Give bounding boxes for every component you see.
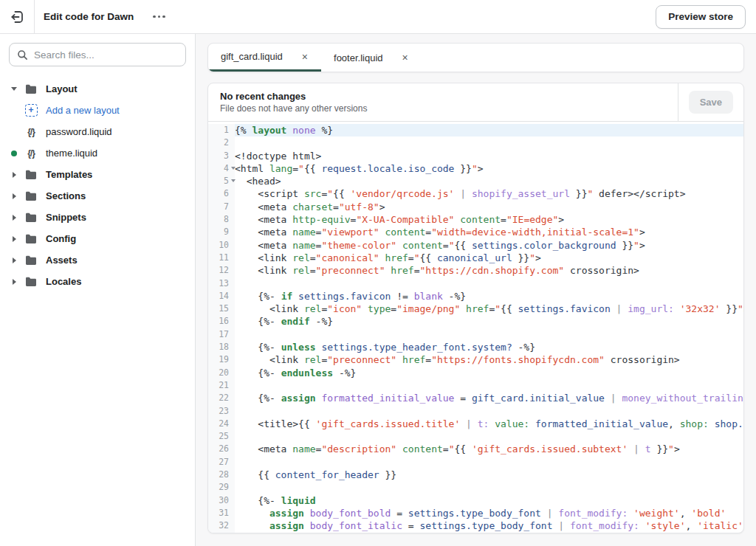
folder-icon: [25, 234, 37, 244]
caret-right-icon[interactable]: [13, 236, 16, 242]
search-files-box[interactable]: [9, 43, 186, 66]
code-editor[interactable]: 1234567891011121314151617181920212223242…: [208, 122, 743, 533]
code-line[interactable]: {%- endunless -%}: [235, 367, 743, 379]
line-number: 12: [208, 264, 235, 277]
sidebar-item-config[interactable]: Config: [0, 228, 195, 249]
caret-right-icon[interactable]: [13, 172, 16, 178]
tree-icon-slot: [22, 255, 40, 266]
line-number: 9: [208, 226, 235, 238]
code-line[interactable]: {%- assign formatted_initial_value = gif…: [235, 392, 743, 404]
exit-editor-button[interactable]: [0, 0, 35, 33]
code-line[interactable]: [235, 481, 743, 494]
code-line[interactable]: <link rel="preconnect" href="https://fon…: [235, 353, 743, 366]
caret-right-icon[interactable]: [13, 258, 16, 263]
tab-gift_card-liquid[interactable]: gift_card.liquid ×: [208, 44, 321, 72]
tree-item-label: Config: [46, 233, 76, 244]
tree-gutter: [6, 87, 22, 91]
version-title: No recent changes: [220, 91, 678, 102]
modified-dot: [11, 151, 17, 156]
tree-item-label: Sections: [46, 190, 86, 201]
sidebar-item-theme-liquid[interactable]: {/} theme.liquid: [0, 142, 195, 164]
code-line[interactable]: {%- endif -%}: [235, 315, 743, 328]
code-fold-icon[interactable]: [231, 167, 236, 170]
preview-store-button[interactable]: Preview store: [656, 5, 746, 29]
code-line[interactable]: <meta name="viewport" content="width=dev…: [235, 226, 743, 238]
line-number: 31: [208, 507, 235, 519]
code-line[interactable]: [235, 405, 743, 418]
code-line[interactable]: <meta http-equiv="X-UA-Compatible" conte…: [235, 213, 743, 226]
tree-gutter: [6, 236, 22, 242]
line-number: 2: [208, 136, 235, 149]
line-number: 11: [208, 252, 235, 264]
tree-item-label: Add a new layout: [46, 105, 120, 116]
code-line[interactable]: <head>: [235, 175, 743, 187]
sidebar-item-templates[interactable]: Templates: [0, 164, 195, 185]
version-text: No recent changes File does not have any…: [208, 91, 678, 114]
code-line[interactable]: {%- unless settings.type_header_font.sys…: [235, 341, 743, 353]
dot-icon: [158, 15, 161, 18]
line-number: 8: [208, 213, 235, 226]
search-files-input[interactable]: [34, 49, 178, 61]
caret-right-icon[interactable]: [13, 279, 16, 285]
sidebar-item-layout[interactable]: Layout: [0, 78, 195, 100]
code-line[interactable]: [235, 430, 743, 443]
top-bar: Edit code for Dawn Preview store: [0, 0, 756, 34]
code-line[interactable]: <link rel="canonical" href="{{ canonical…: [235, 252, 743, 264]
code-line[interactable]: [235, 136, 743, 149]
sidebar-item-sections[interactable]: Sections: [0, 185, 195, 207]
line-number: 13: [208, 277, 235, 290]
tree-icon-slot: [22, 212, 40, 223]
caret-down-icon[interactable]: [11, 87, 17, 91]
tab-footer-liquid[interactable]: footer.liquid ×: [321, 44, 422, 72]
code-line[interactable]: {%- if settings.favicon != blank -%}: [235, 290, 743, 303]
code-line[interactable]: <!doctype html>: [235, 150, 743, 162]
line-number: 20: [208, 367, 235, 379]
folder-icon: [25, 212, 37, 223]
code-line[interactable]: assign body_font_bold = settings.type_bo…: [235, 507, 743, 519]
line-number: 30: [208, 494, 235, 507]
code-line[interactable]: assign body_font_italic = settings.type_…: [235, 519, 743, 532]
code-line[interactable]: [235, 328, 743, 341]
code-line[interactable]: <script src="{{ 'vendor/qrcode.js' | sho…: [235, 187, 743, 200]
tree-icon-slot: [22, 277, 40, 287]
line-number: 3: [208, 150, 235, 162]
close-tab-icon[interactable]: ×: [402, 52, 408, 63]
code-line[interactable]: <link rel="preconnect" href="https://cdn…: [235, 264, 743, 277]
code-line[interactable]: <title>{{ 'gift_cards.issued.title' | t:…: [235, 418, 743, 430]
code-line[interactable]: [235, 277, 743, 290]
open-files-tabbar: gift_card.liquid × footer.liquid ×: [207, 43, 744, 72]
sidebar-item-add-a-new-layout[interactable]: + Add a new layout: [0, 100, 195, 121]
sidebar-item-locales[interactable]: Locales: [0, 271, 195, 292]
code-line[interactable]: <html lang="{{ request.locale.iso_code }…: [235, 162, 743, 175]
code-fold-icon[interactable]: [231, 179, 236, 182]
sidebar-item-snippets[interactable]: Snippets: [0, 207, 195, 228]
code-line[interactable]: [235, 456, 743, 469]
code-line[interactable]: {{ content_for_header }}: [235, 469, 743, 481]
more-actions-button[interactable]: [148, 11, 170, 23]
code-line[interactable]: {% layout none %}: [235, 124, 743, 136]
caret-right-icon[interactable]: [13, 215, 16, 221]
sidebar-item-password-liquid[interactable]: {/} password.liquid: [0, 121, 195, 142]
file-tree: Layout + Add a new layout {/} password.l…: [0, 78, 195, 292]
tree-icon-slot: {/}: [22, 127, 40, 137]
code-line[interactable]: <meta name="description" content="{{ 'gi…: [235, 443, 743, 455]
code-line[interactable]: <meta name="theme-color" content="{{ set…: [235, 239, 743, 252]
tree-icon-slot: [22, 234, 40, 244]
line-number: 32: [208, 519, 235, 532]
line-number: 26: [208, 443, 235, 455]
exit-icon: [10, 10, 24, 24]
tree-gutter: [6, 279, 22, 285]
save-button[interactable]: Save: [689, 91, 733, 114]
tree-gutter: [6, 172, 22, 178]
caret-right-icon[interactable]: [13, 193, 16, 199]
sidebar-item-assets[interactable]: Assets: [0, 249, 195, 271]
close-tab-icon[interactable]: ×: [302, 52, 308, 62]
app-shell: Layout + Add a new layout {/} password.l…: [0, 34, 756, 546]
code-line[interactable]: [235, 379, 743, 392]
tree-gutter: [6, 193, 22, 199]
code-line[interactable]: {%- liquid: [235, 494, 743, 507]
code-line[interactable]: <meta charset="utf-8">: [235, 201, 743, 213]
code-line[interactable]: <link rel="icon" type="image/png" href="…: [235, 303, 743, 315]
line-number: 18: [208, 341, 235, 353]
line-number: 24: [208, 418, 235, 430]
